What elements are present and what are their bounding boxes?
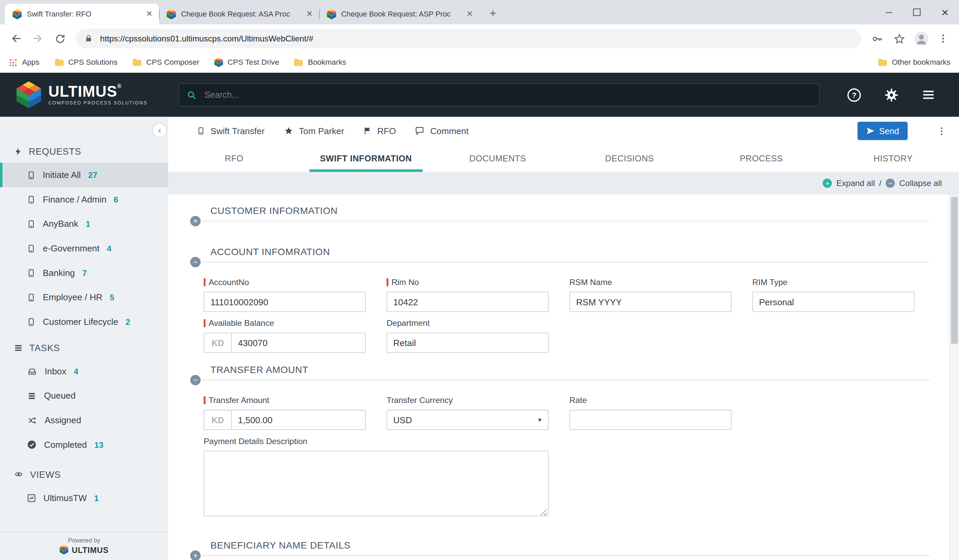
browser-tab[interactable]: Swift Transfer: RFO ✕ (5, 4, 159, 25)
password-manager-button[interactable] (867, 29, 887, 48)
section-divider: + (202, 221, 930, 221)
collapse-section-button[interactable]: − (190, 257, 201, 267)
browser-tab[interactable]: Cheque Book Request: ASA Proc ✕ (159, 4, 319, 25)
bookmark-folder[interactable]: CPS Composer (132, 58, 199, 66)
user-crumb: Tom Parker (284, 126, 344, 136)
field-transfer-amount: Transfer Amount KD (204, 395, 366, 430)
required-marker (387, 278, 388, 286)
window-minimize-button[interactable] (875, 0, 903, 25)
sidebar-item-initiate-all[interactable]: Initiate All 27 (0, 163, 168, 187)
profile-avatar[interactable] (911, 29, 931, 48)
back-button[interactable] (6, 29, 25, 48)
kebab-menu-icon (937, 126, 947, 136)
search-input[interactable] (203, 89, 811, 100)
tab-rfo[interactable]: RFO (168, 145, 300, 172)
window-close-button[interactable]: ✕ (931, 0, 959, 25)
browser-tab[interactable]: Cheque Book Request: ASP Proc ✕ (319, 4, 480, 25)
transfer-amount-input[interactable] (232, 410, 365, 429)
rate-input[interactable] (570, 410, 731, 429)
process-name: Swift Transfer (210, 126, 264, 136)
folder-icon (132, 58, 142, 66)
sidebar-item-ultimustw[interactable]: UltimusTW 1 (0, 485, 168, 510)
tab-decisions[interactable]: DECISIONS (564, 145, 696, 172)
process-icon (197, 126, 205, 136)
apps-shortcut[interactable]: Apps (8, 58, 40, 67)
browser-menu-button[interactable] (934, 29, 953, 48)
sidebar-item-completed[interactable]: Completed 13 (0, 432, 168, 457)
collapse-section-button[interactable]: − (190, 375, 201, 385)
ultimus-cube-icon (60, 545, 69, 555)
settings-button[interactable] (884, 87, 899, 102)
forward-button[interactable] (28, 29, 48, 48)
sidebar-item-e-government[interactable]: e-Government 4 (0, 236, 168, 261)
reload-button[interactable] (50, 29, 70, 48)
process-icon (27, 292, 35, 302)
bookmark-folder[interactable]: CPS Solutions (54, 58, 118, 66)
list-menu-icon (921, 88, 936, 102)
task-menu-button[interactable] (937, 126, 947, 136)
field-accountno: AccountNo (204, 277, 366, 312)
vertical-scrollbar[interactable] (949, 194, 959, 560)
sidebar-item-customer-lifecycle[interactable]: Customer Lifecycle 2 (0, 309, 168, 334)
tab-history[interactable]: HISTORY (827, 145, 959, 172)
tab-documents[interactable]: DOCUMENTS (432, 145, 563, 172)
section-account-information: ACCOUNT INFOMRATION − AccountNo Rim No (202, 246, 930, 353)
app-menu-button[interactable] (921, 88, 936, 102)
rim-type-input[interactable] (753, 293, 913, 311)
rim-no-input[interactable] (387, 293, 548, 311)
send-label: Send (879, 126, 899, 136)
department-input[interactable] (387, 333, 548, 352)
sidebar-item-inbox[interactable]: Inbox 4 (0, 359, 168, 383)
scrollbar-thumb[interactable] (951, 197, 957, 344)
transfer-currency-select[interactable]: USD ▼ (387, 410, 549, 430)
expand-section-button[interactable]: + (190, 550, 201, 560)
expand-all-icon[interactable]: + (823, 178, 832, 188)
field-label: Transfer Currency (387, 395, 453, 406)
window-maximize-button[interactable] (903, 0, 931, 25)
available-balance-input[interactable] (232, 333, 365, 352)
new-tab-button[interactable]: + (484, 5, 502, 22)
sidebar-item-employee-hr[interactable]: Employee / HR 5 (0, 285, 168, 310)
tab-process[interactable]: PROCESS (696, 145, 827, 172)
tab-close-icon[interactable]: ✕ (304, 9, 314, 19)
expand-section-button[interactable]: + (190, 216, 201, 226)
field-label: Payment Details Description (204, 436, 307, 447)
help-button[interactable]: ? (846, 87, 862, 102)
comment-button[interactable]: Comment (415, 126, 468, 136)
sidebar-item-finance-admin[interactable]: Finance / Admin 6 (0, 187, 168, 212)
step-crumb: RFO (363, 126, 396, 136)
accountno-input[interactable] (204, 293, 365, 311)
main-panel: Swift Transfer Tom Parker RFO Comment Se… (168, 117, 959, 560)
powered-by-ultimus: Powered by ULTIMUS (0, 532, 168, 560)
powered-by-label: Powered by (0, 537, 168, 544)
tab-close-icon[interactable]: ✕ (144, 9, 154, 19)
sidebar-item-label: AnyBank (43, 219, 78, 229)
send-button[interactable]: Send (857, 122, 908, 140)
global-search[interactable] (178, 83, 819, 107)
collapse-all-icon[interactable]: − (886, 178, 895, 188)
payment-details-textarea[interactable] (204, 451, 549, 516)
sidebar-item-queued[interactable]: Queued (0, 383, 168, 408)
sidebar-item-label: Initiate All (43, 170, 81, 180)
field-available-balance: Available Balance KD (204, 318, 366, 353)
url-input[interactable] (99, 33, 852, 44)
other-bookmarks[interactable]: Other bookmarks (878, 58, 951, 66)
bookmark-folder[interactable]: Bookmarks (294, 58, 346, 66)
bookmark-item[interactable]: CPS Test Drive (214, 57, 279, 67)
expand-all-link[interactable]: Expand all (836, 178, 875, 188)
sidebar-collapse-button[interactable]: ‹ (152, 123, 167, 138)
sidebar-section-requests: REQUESTS Initiate All 27 Finance / Admin… (0, 146, 168, 334)
task-header-bar: Swift Transfer Tom Parker RFO Comment Se… (168, 117, 959, 145)
tab-swift-information[interactable]: SWIFT INFORMATION (300, 145, 432, 172)
form-tab-bar: RFO SWIFT INFORMATION DOCUMENTS DECISION… (168, 145, 959, 172)
powered-brand: ULTIMUS (72, 545, 108, 554)
sidebar-item-assigned[interactable]: Assigned (0, 408, 168, 433)
collapse-all-link[interactable]: Collapse all (899, 178, 942, 188)
bookmark-star-button[interactable] (889, 29, 909, 48)
sidebar-item-label: Customer Lifecycle (43, 317, 118, 326)
rsm-name-input[interactable] (570, 293, 731, 311)
address-bar[interactable] (76, 29, 861, 48)
tab-close-icon[interactable]: ✕ (465, 9, 475, 19)
sidebar-item-banking[interactable]: Banking 7 (0, 261, 168, 285)
sidebar-item-anybank[interactable]: AnyBank 1 (0, 212, 168, 236)
